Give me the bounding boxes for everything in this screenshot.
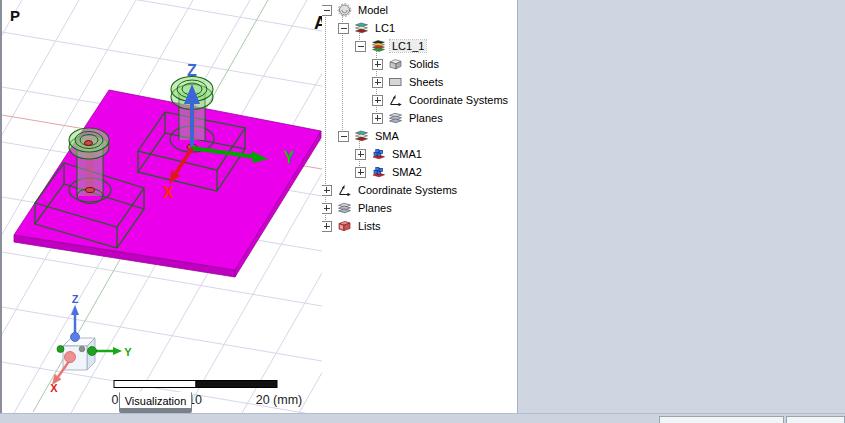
mt-item-lc1-1[interactable]: LC1_1 — [317, 37, 517, 55]
mt-item-solids[interactable]: Solids — [317, 55, 517, 73]
mt-item-model[interactable]: Model — [317, 1, 517, 19]
triad-x-label: X — [50, 382, 58, 394]
components-stack-icon — [353, 20, 370, 36]
tree-item-label: Planes — [356, 202, 394, 214]
mt-item-lists[interactable]: Lists — [317, 217, 517, 235]
model-tree: Model LC1 LC1_1 Solids Sheets — [317, 1, 517, 411]
model-tree-panel: Model LC1 LC1_1 Solids Sheets — [317, 0, 518, 413]
viewport-overlay-label-left: P — [10, 7, 20, 24]
mt-item-planes-root[interactable]: Planes — [317, 199, 517, 217]
components-stack-icon — [353, 128, 370, 144]
tree-expand-toggle[interactable] — [372, 113, 383, 124]
tree-item-label: Model — [356, 4, 390, 16]
coordinate-systems-icon — [336, 182, 353, 198]
model-icon — [336, 2, 353, 18]
planes-icon — [336, 200, 353, 216]
status-pane-2 — [786, 416, 845, 423]
mt-item-coordinate-systems-root[interactable]: Coordinate Systems — [317, 181, 517, 199]
tree-expand-toggle[interactable] — [321, 203, 332, 214]
tree-expand-toggle[interactable] — [321, 185, 332, 196]
triad-y-arrow — [113, 347, 122, 355]
lists-icon — [336, 218, 353, 234]
scale-tick-0: 0 — [112, 393, 119, 407]
tree-item-label: SMA — [373, 130, 401, 142]
mt-item-sma[interactable]: SMA — [317, 127, 517, 145]
coordinate-systems-icon — [387, 92, 404, 108]
mt-item-coordinate-systems[interactable]: Coordinate Systems — [317, 91, 517, 109]
triad-z-arrow — [71, 305, 79, 315]
mt-item-planes[interactable]: Planes — [317, 109, 517, 127]
tree-expand-toggle[interactable] — [321, 221, 332, 232]
layered-component-icon — [370, 38, 387, 54]
tree-expand-toggle[interactable] — [372, 95, 383, 106]
triad-y-label: Y — [124, 346, 132, 358]
tree-expand-toggle[interactable] — [372, 77, 383, 88]
tree-item-label: Lists — [356, 220, 383, 232]
tree-expand-toggle[interactable] — [338, 23, 349, 34]
sma-component-icon — [370, 146, 387, 162]
tree-item-label: LC1_1 — [390, 40, 426, 52]
tree-item-label: Coordinate Systems — [356, 184, 459, 196]
y-axis-label: Y — [284, 149, 295, 166]
tree-item-label: SMA1 — [390, 148, 424, 160]
x-axis-label: X — [163, 184, 174, 201]
scale-tick-20: 20 (mm) — [256, 393, 303, 407]
viewport-overlay-label-right: A — [314, 13, 322, 33]
status-bar — [0, 413, 845, 423]
tree-item-label: Planes — [407, 112, 445, 124]
mt-item-sma2[interactable]: SMA2 — [317, 163, 517, 181]
app-window: Project Manager TargetDesign_converted* … — [0, 0, 845, 423]
solids-icon — [387, 56, 404, 72]
sheets-icon — [387, 74, 404, 90]
tree-expand-toggle[interactable] — [355, 41, 366, 52]
tree-expand-toggle[interactable] — [321, 5, 332, 16]
viewport-3d[interactable]: Z Y X Z Y X — [0, 0, 322, 413]
mt-item-sma1[interactable]: SMA1 — [317, 145, 517, 163]
tree-item-label: SMA2 — [390, 166, 424, 178]
tree-item-label: Solids — [407, 58, 441, 70]
mt-item-sheets[interactable]: Sheets — [317, 73, 517, 91]
orientation-triad: Z Y X — [50, 293, 132, 394]
mt-item-lc1[interactable]: LC1 — [317, 19, 517, 37]
tree-item-label: LC1 — [373, 22, 397, 34]
sma-component-icon — [370, 164, 387, 180]
status-pane-1 — [659, 416, 784, 423]
tab-visualization[interactable]: Visualization — [119, 392, 192, 409]
planes-icon — [387, 110, 404, 126]
tree-expand-toggle[interactable] — [355, 149, 366, 160]
tree-expand-toggle[interactable] — [338, 131, 349, 142]
z-axis-label: Z — [187, 62, 197, 79]
tree-item-label: Coordinate Systems — [407, 94, 510, 106]
tree-expand-toggle[interactable] — [372, 59, 383, 70]
triad-z-label: Z — [72, 293, 79, 305]
tree-expand-toggle[interactable] — [355, 167, 366, 178]
viewport-canvas[interactable]: Z Y X Z Y X — [2, 0, 322, 413]
tree-item-label: Sheets — [407, 76, 445, 88]
